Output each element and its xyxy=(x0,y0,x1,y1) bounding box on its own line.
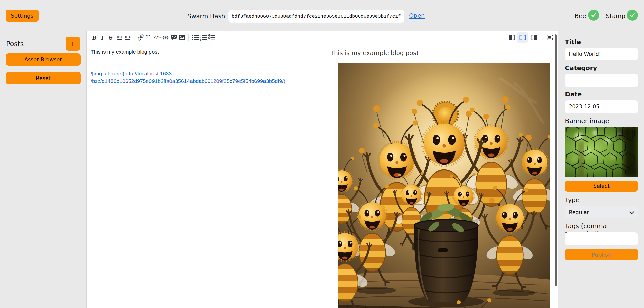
markdown-editor[interactable]: This is my example blog post ![img alt h… xyxy=(87,45,323,308)
swarm-hash-label: Swarm Hash xyxy=(161,13,225,20)
toolbar-separator xyxy=(134,34,134,41)
banner-image-label: Banner image xyxy=(565,117,609,125)
svg-text:3: 3 xyxy=(200,39,201,41)
checklist-icon[interactable] xyxy=(208,32,216,43)
swarm-hash-input[interactable] xyxy=(228,10,404,23)
editor-line: This is my example blog post xyxy=(91,48,319,55)
add-post-button[interactable]: + xyxy=(66,37,80,51)
layout-toggle-group xyxy=(506,32,555,43)
posts-heading: Posts xyxy=(6,40,24,48)
select-banner-button[interactable]: Select xyxy=(565,181,638,192)
link-icon[interactable] xyxy=(136,32,145,43)
title-glyph: TITL xyxy=(125,36,131,39)
editor-line xyxy=(91,55,319,63)
quote-icon[interactable]: ” xyxy=(145,35,153,40)
bee-status-label: Bee xyxy=(575,13,586,20)
markdown-preview: This is my example blog post xyxy=(323,45,558,308)
ordered-list-icon[interactable]: 123 xyxy=(199,32,208,43)
preview-scrollbar[interactable] xyxy=(555,34,557,286)
layout-editor-only-icon[interactable] xyxy=(506,32,517,43)
chevron-down-icon xyxy=(629,209,634,215)
title-label: Title xyxy=(565,38,581,46)
image-icon[interactable] xyxy=(178,32,186,43)
preview-paragraph: This is my example blog post xyxy=(330,50,551,57)
settings-button[interactable]: Settings xyxy=(6,10,39,22)
publish-button[interactable]: Publish xyxy=(565,249,638,260)
editor-line-image-link: ![img alt here](http://localhost:1633 xyxy=(91,70,319,77)
category-label: Category xyxy=(565,64,597,72)
title-icon[interactable]: TITL xyxy=(123,32,132,43)
type-label: Type xyxy=(565,196,579,204)
code-icon[interactable]: </> xyxy=(153,32,161,43)
properties-panel: Title Category Date Banner image xyxy=(565,31,638,307)
editor-line-image-link: /bzz/d1480d10652d975e091b2ffa0a35614abda… xyxy=(91,77,319,85)
fullscreen-icon[interactable] xyxy=(544,32,555,43)
editor-toolbar: B I S HR TITL ” </> {≡} 123 xyxy=(87,31,558,44)
toolbar-separator xyxy=(542,34,542,41)
stamp-status-label: Stamp xyxy=(606,13,625,20)
layout-split-icon[interactable] xyxy=(517,32,528,43)
tags-input[interactable] xyxy=(565,232,638,245)
hr-glyph: HR xyxy=(117,35,122,40)
stamp-check-icon xyxy=(627,10,638,21)
app-root: Settings Swarm Hash Open Bee Stamp Posts… xyxy=(0,0,644,308)
category-input[interactable] xyxy=(565,74,638,87)
layout-preview-only-icon[interactable] xyxy=(528,32,539,43)
title-input[interactable] xyxy=(565,48,638,60)
date-label: Date xyxy=(565,91,582,98)
type-selected-value: Regular xyxy=(569,209,589,215)
horizontal-rule-icon[interactable]: HR xyxy=(115,32,123,43)
italic-icon[interactable]: I xyxy=(98,32,107,43)
bee-check-icon xyxy=(588,10,599,21)
reset-button[interactable]: Reset xyxy=(6,72,81,84)
comment-icon[interactable] xyxy=(170,32,178,43)
editor-line xyxy=(91,63,319,70)
asset-browser-button[interactable]: Asset Browser xyxy=(6,53,81,66)
strikethrough-icon[interactable]: S xyxy=(107,32,115,43)
toolbar-separator xyxy=(188,34,189,41)
bold-icon[interactable]: B xyxy=(90,32,98,43)
unordered-list-icon[interactable] xyxy=(191,32,199,43)
date-input[interactable] xyxy=(565,100,638,113)
codeblock-icon[interactable]: {≡} xyxy=(161,32,170,43)
type-select[interactable]: Regular xyxy=(565,206,638,218)
banner-image-thumbnail[interactable] xyxy=(565,127,638,177)
editor-card: B I S HR TITL ” </> {≡} 123 xyxy=(86,31,558,308)
open-link[interactable]: Open xyxy=(409,12,425,19)
post-image xyxy=(338,63,550,308)
